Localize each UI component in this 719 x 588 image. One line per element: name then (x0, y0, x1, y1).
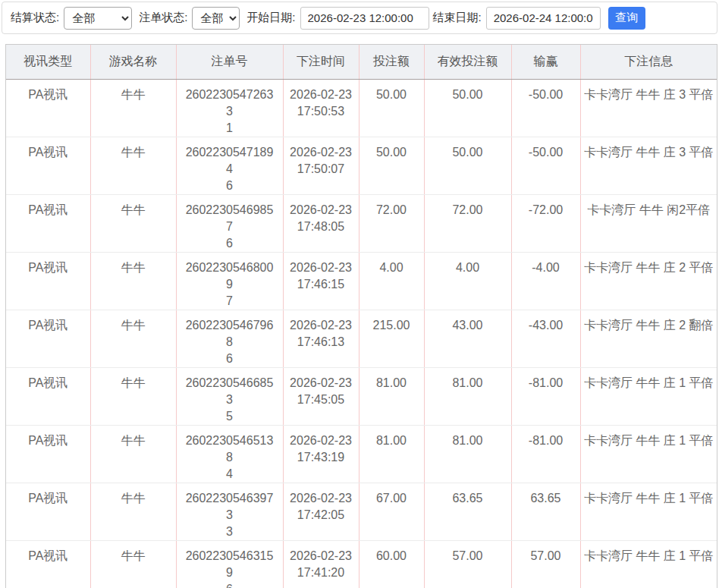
table-row: PA视讯牛牛2602230547189462026-02-23 17:50:07… (6, 137, 717, 194)
cell-valid-bet-amount: 81.00 (424, 425, 511, 483)
cell-game-name: 牛牛 (90, 540, 176, 588)
cell-bet-number: 260223054726331 (176, 79, 283, 137)
header-bet-time: 下注时间 (283, 45, 359, 79)
cell-win-loss: -72.00 (511, 194, 580, 252)
cell-valid-bet-amount: 81.00 (424, 367, 511, 425)
cell-bet-amount: 72.00 (359, 194, 424, 252)
cell-win-loss: 57.00 (511, 540, 580, 588)
bet-table-body: PA视讯牛牛2602230547263312026-02-23 17:50:53… (6, 79, 717, 588)
header-game-name: 游戏名称 (90, 45, 176, 79)
cell-valid-bet-amount: 63.65 (424, 483, 511, 540)
end-date-input[interactable] (486, 7, 601, 30)
cell-valid-bet-amount: 50.00 (424, 137, 511, 194)
cell-bet-time: 2026-02-23 17:50:53 (283, 79, 359, 137)
cell-bet-info: 卡卡湾厅 牛牛 闲2平倍 (580, 194, 717, 252)
table-row: PA视讯牛牛2602230546315962026-02-23 17:41:20… (6, 540, 717, 588)
cell-video-type: PA视讯 (6, 252, 90, 310)
cell-bet-info: 卡卡湾厅 牛牛 庄 2 平倍 (580, 252, 717, 310)
table-row: PA视讯牛牛2602230546513842026-02-23 17:43:19… (6, 425, 717, 483)
cell-video-type: PA视讯 (6, 540, 90, 588)
header-valid-bet-amount: 有效投注额 (424, 45, 511, 79)
table-row: PA视讯牛牛2602230546397332026-02-23 17:42:05… (6, 483, 717, 540)
table-row: PA视讯牛牛2602230546800972026-02-23 17:46:15… (6, 252, 717, 310)
header-bet-info: 下注信息 (580, 45, 717, 79)
cell-valid-bet-amount: 72.00 (424, 194, 511, 252)
cell-game-name: 牛牛 (90, 79, 176, 137)
cell-win-loss: -81.00 (511, 367, 580, 425)
cell-game-name: 牛牛 (90, 310, 176, 367)
cell-bet-info: 卡卡湾厅 牛牛 庄 1 平倍 (580, 367, 717, 425)
cell-video-type: PA视讯 (6, 310, 90, 367)
order-status-select[interactable]: 全部 (192, 7, 240, 30)
cell-bet-number: 260223054680097 (176, 252, 283, 310)
cell-win-loss: -50.00 (511, 137, 580, 194)
cell-bet-time: 2026-02-23 17:50:07 (283, 137, 359, 194)
cell-bet-time: 2026-02-23 17:42:05 (283, 483, 359, 540)
cell-valid-bet-amount: 57.00 (424, 540, 511, 588)
cell-video-type: PA视讯 (6, 367, 90, 425)
cell-valid-bet-amount: 43.00 (424, 310, 511, 367)
cell-bet-number: 260223054639733 (176, 483, 283, 540)
cell-bet-time: 2026-02-23 17:46:15 (283, 252, 359, 310)
cell-bet-time: 2026-02-23 17:48:05 (283, 194, 359, 252)
cell-bet-amount: 50.00 (359, 137, 424, 194)
cell-bet-amount: 60.00 (359, 540, 424, 588)
cell-bet-info: 卡卡湾厅 牛牛 庄 1 平倍 (580, 483, 717, 540)
cell-bet-info: 卡卡湾厅 牛牛 庄 2 翻倍 (580, 310, 717, 367)
cell-game-name: 牛牛 (90, 425, 176, 483)
filter-bar: 结算状态: 全部 注单状态: 全部 开始日期: 结束日期: 查询 (2, 2, 717, 34)
bet-table-container: 视讯类型 游戏名称 注单号 下注时间 投注额 有效投注额 输赢 下注信息 PA视… (5, 44, 717, 588)
cell-bet-amount: 4.00 (359, 252, 424, 310)
cell-bet-amount: 81.00 (359, 425, 424, 483)
bet-table: 视讯类型 游戏名称 注单号 下注时间 投注额 有效投注额 输赢 下注信息 PA视… (6, 45, 717, 588)
order-status-label: 注单状态: (139, 11, 187, 25)
table-row: PA视讯牛牛2602230547263312026-02-23 17:50:53… (6, 79, 717, 137)
settle-status-label: 结算状态: (11, 11, 59, 25)
cell-video-type: PA视讯 (6, 425, 90, 483)
cell-bet-number: 260223054718946 (176, 137, 283, 194)
cell-win-loss: -50.00 (511, 79, 580, 137)
cell-bet-amount: 81.00 (359, 367, 424, 425)
table-header-row: 视讯类型 游戏名称 注单号 下注时间 投注额 有效投注额 输赢 下注信息 (6, 45, 717, 79)
header-video-type: 视讯类型 (6, 45, 90, 79)
header-bet-amount: 投注额 (359, 45, 424, 79)
cell-win-loss: -43.00 (511, 310, 580, 367)
cell-bet-time: 2026-02-23 17:41:20 (283, 540, 359, 588)
cell-bet-number: 260223054631596 (176, 540, 283, 588)
cell-bet-info: 卡卡湾厅 牛牛 庄 3 平倍 (580, 79, 717, 137)
cell-bet-info: 卡卡湾厅 牛牛 庄 1 平倍 (580, 425, 717, 483)
start-date-input[interactable] (300, 7, 429, 30)
cell-bet-info: 卡卡湾厅 牛牛 庄 3 平倍 (580, 137, 717, 194)
cell-bet-amount: 50.00 (359, 79, 424, 137)
cell-bet-time: 2026-02-23 17:45:05 (283, 367, 359, 425)
cell-valid-bet-amount: 4.00 (424, 252, 511, 310)
start-date-label: 开始日期: (246, 11, 295, 25)
cell-game-name: 牛牛 (90, 137, 176, 194)
cell-win-loss: -4.00 (511, 252, 580, 310)
cell-bet-amount: 67.00 (359, 483, 424, 540)
cell-win-loss: -81.00 (511, 425, 580, 483)
cell-video-type: PA视讯 (6, 137, 90, 194)
cell-game-name: 牛牛 (90, 483, 176, 540)
cell-bet-number: 260223054668535 (176, 367, 283, 425)
cell-bet-time: 2026-02-23 17:43:19 (283, 425, 359, 483)
cell-bet-number: 260223054698576 (176, 194, 283, 252)
cell-video-type: PA视讯 (6, 79, 90, 137)
cell-video-type: PA视讯 (6, 483, 90, 540)
cell-bet-number: 260223054651384 (176, 425, 283, 483)
cell-bet-time: 2026-02-23 17:46:13 (283, 310, 359, 367)
settle-status-select[interactable]: 全部 (64, 7, 132, 30)
cell-game-name: 牛牛 (90, 252, 176, 310)
cell-game-name: 牛牛 (90, 194, 176, 252)
search-button[interactable]: 查询 (608, 7, 645, 30)
cell-valid-bet-amount: 50.00 (424, 79, 511, 137)
cell-video-type: PA视讯 (6, 194, 90, 252)
header-bet-number: 注单号 (176, 45, 283, 79)
table-row: PA视讯牛牛2602230546796862026-02-23 17:46:13… (6, 310, 717, 367)
cell-bet-info: 卡卡湾厅 牛牛 庄 1 平倍 (580, 540, 717, 588)
table-row: PA视讯牛牛2602230546685352026-02-23 17:45:05… (6, 367, 717, 425)
end-date-label: 结束日期: (433, 11, 482, 25)
cell-win-loss: 63.65 (511, 483, 580, 540)
cell-game-name: 牛牛 (90, 367, 176, 425)
cell-bet-number: 260223054679686 (176, 310, 283, 367)
